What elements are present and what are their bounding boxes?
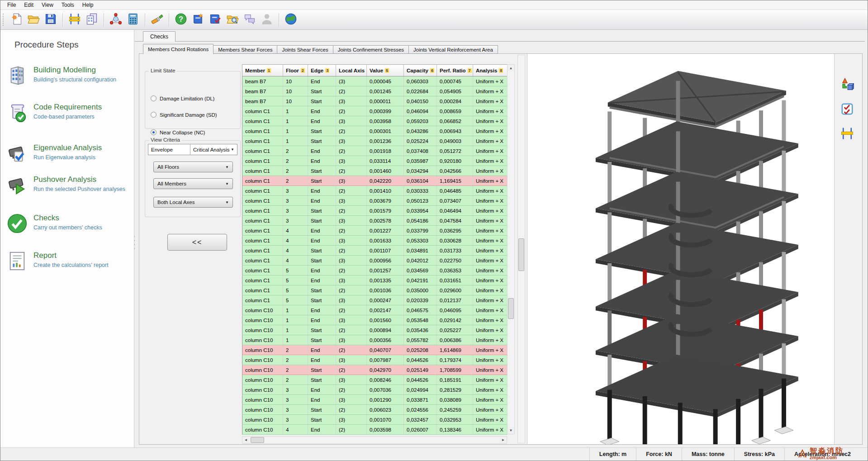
subtab-joints-confinement-stresses[interactable]: Joints Confinement Stresses (333, 45, 409, 54)
table-row[interactable]: column C102Start(3)0,0082460,0445260,185… (242, 375, 508, 385)
table-row[interactable]: column C13Start(3)0,0025780,0541860,0475… (242, 216, 508, 226)
subtab-members-chord-rotations[interactable]: Members Chord Rotations (143, 44, 213, 54)
model-3d-viewport[interactable] (527, 54, 835, 444)
cell: 0,001107 (367, 246, 404, 256)
menu-file[interactable]: File (3, 1, 20, 9)
col-perf-ratio[interactable]: Perf. Ratio7 (437, 65, 473, 76)
sidebar-item-report[interactable]: ReportCreate the calculations' report (7, 251, 131, 271)
table-row[interactable]: column C102End(3)0,0079870,0445260,17937… (242, 355, 508, 365)
subtab-joints-shear-forces[interactable]: Joints Shear Forces (277, 45, 333, 54)
all-members-combo[interactable]: All Members▼ (153, 178, 233, 189)
table-row[interactable]: column C104End(2)0,0035980,0260070,13834… (242, 425, 508, 435)
table-row[interactable]: column C103Start(2)0,0060230,0245560,245… (242, 405, 508, 415)
table-row[interactable]: beam B710Start(2)0,0012450,0226840,05490… (242, 86, 508, 96)
new-document-button[interactable] (8, 12, 24, 28)
user-disabled-button[interactable] (259, 12, 275, 28)
table-row[interactable]: column C15End(3)0,0013350,0421910,031651… (242, 276, 508, 285)
frame-section-button[interactable] (839, 126, 855, 142)
book-add-button[interactable] (190, 12, 206, 28)
col-analysis[interactable]: Analysis8 (473, 65, 508, 76)
table-row[interactable]: column C13End(3)0,0036790,0501230,073407… (242, 196, 508, 206)
menu-help[interactable]: Help (78, 1, 98, 9)
table-row[interactable]: column C13End(2)0,0014100,0303330,046485… (242, 186, 508, 196)
table-row[interactable]: column C14End(3)0,0016330,0533030,030628… (242, 236, 508, 246)
table-row-critical[interactable]: column C102Start(2)0,0429700,0251491,708… (242, 365, 508, 375)
table-row[interactable]: column C12Start(2)0,0014600,0342940,0425… (242, 166, 508, 176)
table-row[interactable]: column C11Start(2)0,0003010,0432860,0069… (242, 126, 508, 136)
table-vscroll-thumb[interactable] (508, 298, 514, 319)
subtab-joints-vertical-reinforcement-area[interactable]: Joints Vertical Reinforcement Area (409, 45, 498, 54)
col-value[interactable]: Value5 (367, 65, 404, 76)
table-row[interactable]: column C101End(3)0,0015600,0535480,02914… (242, 315, 508, 325)
menu-edit[interactable]: Edit (20, 1, 38, 9)
envelope-mode-combo[interactable]: Envelope Critical Analysis ▼ (148, 144, 237, 155)
sidebar-item-eigenvalue-analysis[interactable]: Eigenvalue AnalysisRun Eigenvalue analys… (7, 143, 131, 164)
radio-near-collapse-nc[interactable]: Near Collapse (NC) (151, 129, 205, 135)
table-row[interactable]: column C14Start(2)0,0011070,0348910,0317… (242, 246, 508, 256)
sidebar-item-checks[interactable]: ChecksCarry out members' checks (7, 213, 131, 234)
subtab-members-shear-forces[interactable]: Members Shear Forces (213, 45, 277, 54)
table-row-critical[interactable]: column C102End(2)0,0407070,0252081,61486… (242, 345, 508, 355)
table-row[interactable]: beam B710Start(3)0,0000110,0401500,00028… (242, 96, 508, 106)
sidebar-item-pushover-analysis[interactable]: Pushover AnalysisRun the selected Pushov… (7, 175, 131, 195)
table-hscroll-thumb[interactable] (251, 437, 264, 443)
all-floors-combo[interactable]: All Floors▼ (153, 162, 233, 172)
table-hscrollbar[interactable]: ◄ ► (242, 436, 507, 444)
table-row[interactable]: column C12End(2)0,0019180,0374080,051272… (242, 146, 508, 156)
table-row[interactable]: column C103End(2)0,0070360,0249940,28152… (242, 385, 508, 395)
col-floor[interactable]: Floor2 (283, 65, 308, 76)
save-button[interactable] (43, 12, 59, 28)
frame-button[interactable] (66, 12, 83, 28)
table-row[interactable]: column C13Start(2)0,0015790,0339540,0464… (242, 206, 508, 216)
col-edge[interactable]: Edge3 (308, 65, 336, 76)
table-row[interactable]: column C101End(2)0,0021470,0465750,04609… (242, 305, 508, 315)
menu-tools[interactable]: Tools (57, 1, 78, 9)
scroll-up-icon[interactable]: ▲ (508, 65, 514, 71)
scroll-down-icon[interactable]: ▼ (508, 427, 514, 434)
menu-view[interactable]: View (38, 1, 57, 9)
panel-vscrollbar[interactable] (517, 55, 525, 443)
table-row[interactable]: column C103End(3)0,0012900,0338710,03808… (242, 395, 508, 405)
table-row[interactable]: column C14End(2)0,0012270,0337990,036295… (242, 226, 508, 236)
collapse-panel-button[interactable]: << (167, 234, 227, 251)
model-3d-button[interactable] (108, 12, 124, 28)
radio-damage-limitation-dl[interactable]: Damage Limitation (DL) (151, 95, 214, 101)
sidebar-item-building-modelling[interactable]: Building ModellingBuilding's structural … (7, 65, 131, 86)
radio-significant-damage-sd[interactable]: Significant Damage (SD) (151, 112, 217, 118)
open-folder-button[interactable] (25, 12, 42, 28)
table-row[interactable]: beam B710End(3)0,0000450,0603030,000745U… (242, 76, 508, 86)
table-row[interactable]: column C12End(3)0,0331140,0359870,920180… (242, 156, 508, 166)
scroll-left-icon[interactable]: ◄ (242, 437, 249, 443)
comments-button[interactable] (242, 12, 258, 28)
col-capacity[interactable]: Capacity6 (404, 65, 437, 76)
table-row[interactable]: column C103Start(3)0,0010700,0324570,032… (242, 415, 508, 425)
local-axes-combo[interactable]: Both Local Axes▼ (153, 197, 233, 208)
panel-vscroll-thumb[interactable] (518, 238, 524, 271)
scroll-right-icon[interactable]: ► (500, 437, 507, 443)
checklist-button[interactable] (839, 101, 855, 118)
table-row[interactable]: column C101Start(2)0,0008940,0354360,025… (242, 325, 508, 335)
paintbrush-button[interactable] (149, 12, 165, 28)
table-row[interactable]: column C11End(3)0,0039580,0592030,066852… (242, 116, 508, 126)
calculator-button[interactable] (125, 12, 141, 28)
col-local-axis[interactable]: Local Axis4 (336, 65, 367, 76)
col-member[interactable]: Member1 (242, 65, 283, 76)
table-row-critical[interactable]: column C12Start(3)0,0422200,0361041,1694… (242, 176, 508, 186)
tab-checks[interactable]: Checks (143, 31, 175, 42)
book-check-button[interactable] (207, 12, 223, 28)
building-report-button[interactable] (84, 12, 100, 28)
table-row[interactable]: column C15Start(2)0,0010360,0350000,0296… (242, 285, 508, 295)
globe-button[interactable] (283, 12, 299, 28)
displacement-cube-button[interactable] (839, 77, 855, 93)
table-row[interactable]: column C101Start(3)0,0003560,0557820,006… (242, 335, 508, 345)
table-row[interactable]: column C15Start(3)0,0002470,0203390,0121… (242, 295, 508, 305)
table-row[interactable]: column C14Start(3)0,0009560,0420120,0227… (242, 256, 508, 266)
sidebar-item-code-requirements[interactable]: Code RequirementsCode-based parameters (7, 102, 131, 123)
table-row[interactable]: column C11Start(3)0,0012360,0252240,0490… (242, 136, 508, 146)
table-vscrollbar[interactable]: ▲ ▼ (507, 64, 515, 434)
table-row[interactable]: column C15End(2)0,0012570,0345690,036353… (242, 266, 508, 276)
cell: 0,025227 (437, 325, 473, 335)
help-button[interactable]: ? (173, 12, 189, 28)
folder-search-button[interactable] (224, 12, 241, 28)
table-row[interactable]: column C11End(2)0,0003990,0460940,008659… (242, 106, 508, 116)
